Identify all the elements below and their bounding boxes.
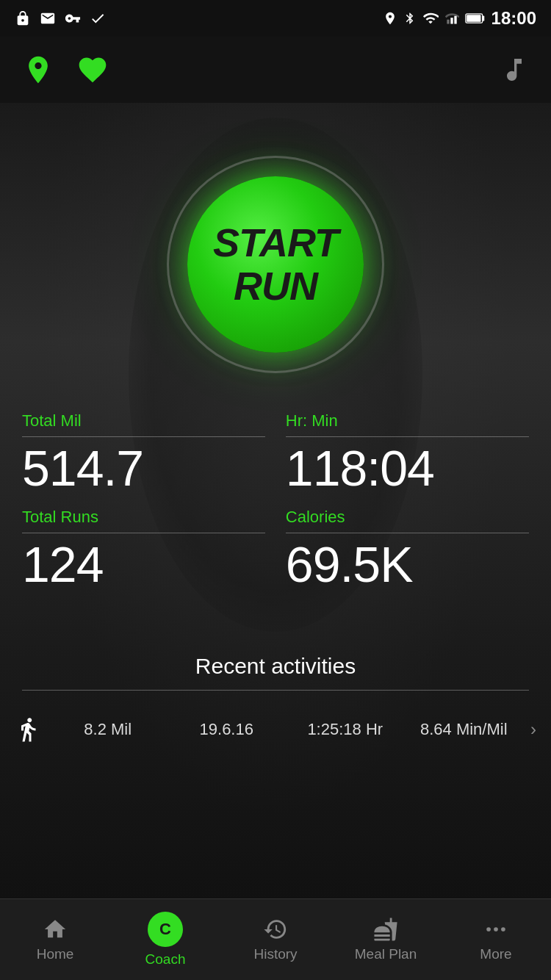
status-icons-right: 18:00 xyxy=(383,8,536,29)
stat-calories: Calories 69.5K xyxy=(286,508,529,589)
start-run-container: START RUN xyxy=(158,147,393,382)
nav-home-label: Home xyxy=(37,946,74,962)
recent-distance: 8.2 Mil xyxy=(56,720,160,739)
chevron-right-icon: › xyxy=(530,719,536,740)
total-runs-divider xyxy=(22,533,265,533)
svg-rect-5 xyxy=(467,15,480,22)
heart-icon[interactable] xyxy=(76,54,109,86)
stat-total-mil: Total Mil 514.7 xyxy=(22,411,265,493)
svg-point-7 xyxy=(494,927,498,932)
nav-more[interactable]: More xyxy=(441,899,551,980)
meal-plan-icon xyxy=(373,917,398,942)
total-runs-value: 124 xyxy=(22,539,265,589)
check-icon xyxy=(90,10,106,26)
music-icon[interactable] xyxy=(500,55,529,84)
nav-coach[interactable]: C Coach xyxy=(110,899,220,980)
nav-home[interactable]: Home xyxy=(0,899,110,980)
recent-date: 19.6.16 xyxy=(175,720,279,739)
svg-rect-1 xyxy=(450,18,453,24)
home-icon xyxy=(43,917,68,942)
action-bar xyxy=(0,37,551,103)
coach-icon-circle: C xyxy=(148,912,183,947)
location-icon[interactable] xyxy=(22,54,54,86)
recent-activities-divider xyxy=(22,690,529,691)
stats-container: Total Mil 514.7 Hr: Min 118:04 Total Run… xyxy=(0,411,551,604)
recent-activity-row[interactable]: 8.2 Mil 19.6.16 1:25:18 Hr 8.64 Min/Mil … xyxy=(0,705,551,754)
nav-meal-plan[interactable]: Meal Plan xyxy=(331,899,441,980)
svg-rect-4 xyxy=(482,16,484,21)
nav-history[interactable]: History xyxy=(220,899,331,980)
wifi-icon xyxy=(422,10,439,26)
recent-activities-title: Recent activities xyxy=(0,654,551,679)
start-run-button[interactable]: START RUN xyxy=(187,176,364,353)
key-icon xyxy=(65,10,81,26)
action-bar-left xyxy=(22,54,109,86)
hr-min-value: 118:04 xyxy=(286,443,529,493)
history-icon xyxy=(263,917,288,942)
recent-activities: Recent activities 8.2 Mil 19.6.16 1:25:1… xyxy=(0,654,551,754)
nav-coach-label: Coach xyxy=(145,951,186,968)
nav-more-label: More xyxy=(480,946,511,962)
stats-row-bottom: Total Runs 124 Calories 69.5K xyxy=(22,508,529,589)
bottom-nav: Home C Coach History Meal Plan More xyxy=(0,898,551,980)
coach-inner-letter: C xyxy=(159,920,171,939)
calories-value: 69.5K xyxy=(286,539,529,589)
calories-divider xyxy=(286,533,529,533)
status-icons-left xyxy=(15,10,106,26)
nav-meal-plan-label: Meal Plan xyxy=(355,946,417,962)
recent-duration: 1:25:18 Hr xyxy=(293,720,397,739)
stat-hr-min: Hr: Min 118:04 xyxy=(286,411,529,493)
total-mil-value: 514.7 xyxy=(22,443,265,493)
total-mil-divider xyxy=(22,436,265,437)
start-run-line2: RUN xyxy=(234,264,317,308)
nav-history-label: History xyxy=(253,946,297,962)
hr-min-label: Hr: Min xyxy=(286,411,529,430)
bluetooth-icon xyxy=(403,12,417,25)
svg-point-8 xyxy=(501,927,505,932)
total-mil-label: Total Mil xyxy=(22,411,265,430)
stat-total-runs: Total Runs 124 xyxy=(22,508,265,589)
hr-min-divider xyxy=(286,436,529,437)
total-runs-label: Total Runs xyxy=(22,508,265,527)
status-bar: 18:00 xyxy=(0,0,551,37)
svg-rect-0 xyxy=(454,16,456,24)
battery-icon xyxy=(465,12,486,25)
lock-icon xyxy=(15,10,31,26)
more-icon xyxy=(483,917,508,942)
recent-pace: 8.64 Min/Mil xyxy=(412,720,516,739)
status-time: 18:00 xyxy=(491,8,536,29)
main-content: START RUN Total Mil 514.7 Hr: Min 118:04… xyxy=(0,103,551,898)
running-icon xyxy=(15,716,41,743)
gps-icon xyxy=(383,11,397,26)
svg-rect-2 xyxy=(447,20,449,24)
start-run-line1: START xyxy=(213,221,338,264)
calories-label: Calories xyxy=(286,508,529,527)
stats-row-top: Total Mil 514.7 Hr: Min 118:04 xyxy=(22,411,529,493)
start-run-outer: START RUN xyxy=(158,147,393,382)
gmail-icon xyxy=(40,10,56,26)
signal-icon xyxy=(444,11,459,26)
svg-point-6 xyxy=(486,927,491,932)
